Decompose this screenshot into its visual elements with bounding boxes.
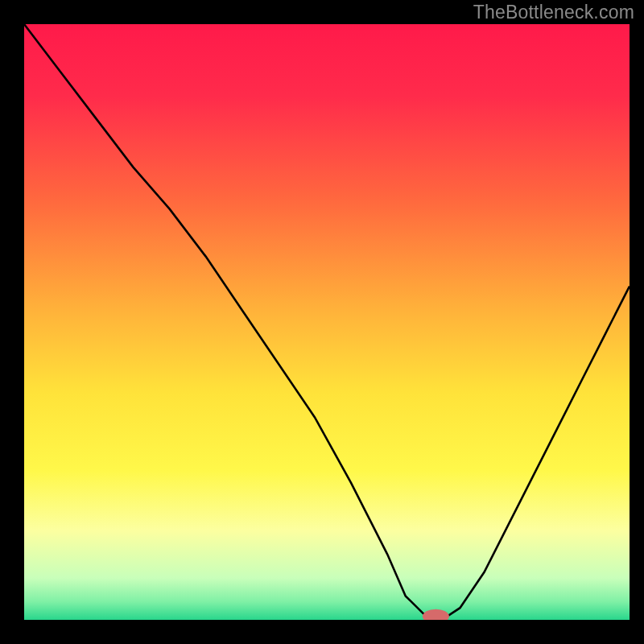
- watermark-text: TheBottleneck.com: [473, 2, 634, 23]
- chart-container: TheBottleneck.com: [0, 0, 644, 644]
- frame: [0, 620, 644, 644]
- plot-background: [24, 24, 630, 620]
- frame: [630, 0, 644, 644]
- frame: [0, 0, 24, 644]
- bottleneck-chart: [0, 0, 644, 644]
